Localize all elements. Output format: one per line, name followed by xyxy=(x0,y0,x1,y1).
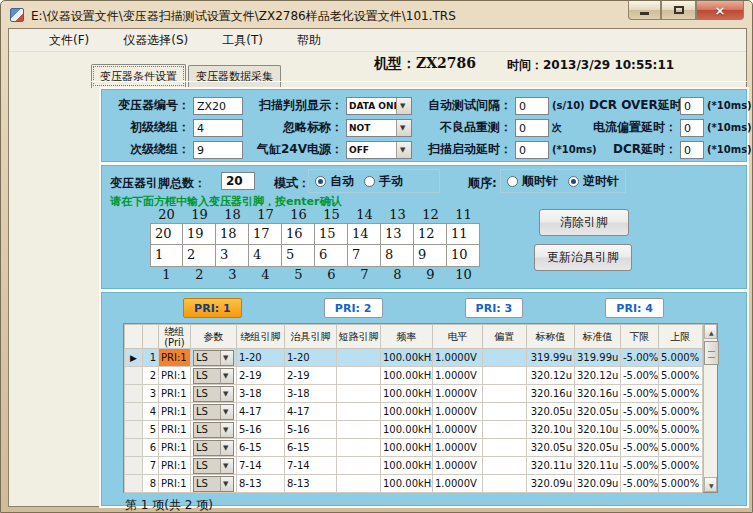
fixture-pins-cell[interactable]: 5-16 xyxy=(285,421,337,439)
radio-option[interactable]: 顺时针 xyxy=(507,173,558,190)
winding-pins-cell[interactable]: 8-13 xyxy=(237,475,285,493)
upper-limit-cell[interactable]: 5.000% xyxy=(659,403,703,421)
upper-limit-cell[interactable]: 5.000% xyxy=(659,349,703,367)
level-cell[interactable]: 1.0000V xyxy=(433,475,483,493)
param-cell[interactable]: LS xyxy=(191,457,237,475)
standard-cell[interactable]: 320.16u xyxy=(575,385,621,403)
pin-input[interactable]: 10 xyxy=(447,245,480,267)
param-dropdown[interactable]: LS xyxy=(193,422,234,438)
upper-limit-cell[interactable]: 5.000% xyxy=(659,421,703,439)
menu-item[interactable]: 帮助 xyxy=(287,29,331,52)
pin-input[interactable]: 1 xyxy=(150,245,183,267)
upper-limit-cell[interactable]: 5.000% xyxy=(659,457,703,475)
winding-cell[interactable]: PRI:1 xyxy=(159,385,191,403)
level-cell[interactable]: 1.0000V xyxy=(433,367,483,385)
nominal-cell[interactable]: 320.05u xyxy=(527,403,575,421)
standard-cell[interactable]: 320.05u xyxy=(575,403,621,421)
pin-input[interactable]: 18 xyxy=(216,223,249,245)
short-pins-cell[interactable] xyxy=(337,385,381,403)
upper-limit-cell[interactable]: 5.000% xyxy=(659,385,703,403)
short-pins-cell[interactable] xyxy=(337,475,381,493)
frequency-cell[interactable]: 100.00kHz xyxy=(381,367,433,385)
winding-pins-cell[interactable]: 1-20 xyxy=(237,349,285,367)
fixture-pins-cell[interactable]: 6-15 xyxy=(285,439,337,457)
vertical-scrollbar[interactable] xyxy=(703,324,717,492)
lower-limit-cell[interactable]: -5.00% xyxy=(621,475,659,493)
chevron-down-icon[interactable] xyxy=(220,477,233,491)
pin-input[interactable]: 11 xyxy=(447,223,480,245)
lower-limit-cell[interactable]: -5.00% xyxy=(621,349,659,367)
pin-input[interactable]: 6 xyxy=(315,245,348,267)
param-dropdown[interactable]: LS xyxy=(193,440,234,456)
pri-tab[interactable]: PRI: 3 xyxy=(465,298,524,318)
pin-input[interactable]: 9 xyxy=(414,245,447,267)
chevron-down-icon[interactable] xyxy=(220,441,233,455)
pin-input[interactable]: 15 xyxy=(315,223,348,245)
maximize-button[interactable] xyxy=(661,1,696,20)
nominal-cell[interactable]: 320.10u xyxy=(527,421,575,439)
row-selector-cell[interactable]: ▶ xyxy=(125,349,143,367)
bias-cell[interactable] xyxy=(483,403,527,421)
param-dropdown[interactable]: LS xyxy=(193,350,234,366)
bias-cell[interactable] xyxy=(483,439,527,457)
winding-pins-cell[interactable]: 7-14 xyxy=(237,457,285,475)
standard-cell[interactable]: 320.05u xyxy=(575,439,621,457)
text-input[interactable]: 0 xyxy=(515,119,549,137)
param-cell[interactable]: LS xyxy=(191,349,237,367)
chevron-down-icon[interactable] xyxy=(220,423,233,437)
param-cell[interactable]: LS xyxy=(191,385,237,403)
param-cell[interactable]: LS xyxy=(191,403,237,421)
fixture-pins-cell[interactable]: 2-19 xyxy=(285,367,337,385)
level-cell[interactable]: 1.0000V xyxy=(433,403,483,421)
short-pins-cell[interactable] xyxy=(337,403,381,421)
row-selector-cell[interactable] xyxy=(125,421,143,439)
frequency-cell[interactable]: 100.00kHz xyxy=(381,385,433,403)
bias-cell[interactable] xyxy=(483,457,527,475)
standard-cell[interactable]: 320.09u xyxy=(575,475,621,493)
nominal-cell[interactable]: 320.05u xyxy=(527,439,575,457)
pin-input[interactable]: 4 xyxy=(249,245,282,267)
row-selector-cell[interactable] xyxy=(125,385,143,403)
close-button[interactable]: × xyxy=(696,1,744,20)
standard-cell[interactable]: 320.11u xyxy=(575,457,621,475)
upper-limit-cell[interactable]: 5.000% xyxy=(659,439,703,457)
chevron-down-icon[interactable] xyxy=(220,351,233,365)
lower-limit-cell[interactable]: -5.00% xyxy=(621,403,659,421)
menu-item[interactable]: 仪器选择(S) xyxy=(113,29,198,52)
short-pins-cell[interactable] xyxy=(337,421,381,439)
table-row[interactable]: 7 PRI:1 LS 7-14 7-14 xyxy=(125,457,703,475)
upper-limit-cell[interactable]: 5.000% xyxy=(659,367,703,385)
pin-input[interactable]: 7 xyxy=(348,245,381,267)
standard-cell[interactable]: 320.10u xyxy=(575,421,621,439)
table-row[interactable]: 5 PRI:1 LS 5-16 5-16 xyxy=(125,421,703,439)
text-input[interactable]: 0 xyxy=(680,119,704,137)
fixture-pins-cell[interactable]: 4-17 xyxy=(285,403,337,421)
dropdown[interactable]: DATA ONLY xyxy=(346,97,412,115)
update-fixture-pins-button[interactable]: 更新治具引脚 xyxy=(534,244,632,271)
param-cell[interactable]: LS xyxy=(191,475,237,493)
standard-cell[interactable]: 319.99u xyxy=(575,349,621,367)
pin-total-input[interactable]: 20 xyxy=(221,172,255,190)
pri-tab[interactable]: PRI: 4 xyxy=(605,298,664,318)
winding-pins-cell[interactable]: 2-19 xyxy=(237,367,285,385)
menu-item[interactable]: 文件(F) xyxy=(39,29,99,52)
text-input[interactable]: 0 xyxy=(515,97,549,115)
pin-input[interactable]: 19 xyxy=(183,223,216,245)
level-cell[interactable]: 1.0000V xyxy=(433,421,483,439)
fixture-pins-cell[interactable]: 3-18 xyxy=(285,385,337,403)
chevron-down-icon[interactable] xyxy=(396,120,411,136)
table-row[interactable]: ▶ 1 PRI:1 LS 1-20 xyxy=(125,349,703,367)
frequency-cell[interactable]: 100.00kHz xyxy=(381,403,433,421)
upper-limit-cell[interactable]: 5.000% xyxy=(659,475,703,493)
dropdown[interactable]: NOT xyxy=(346,119,412,137)
pin-input[interactable]: 13 xyxy=(381,223,414,245)
winding-pins-cell[interactable]: 6-15 xyxy=(237,439,285,457)
chevron-down-icon[interactable] xyxy=(396,98,411,114)
level-cell[interactable]: 1.0000V xyxy=(433,439,483,457)
winding-pins-cell[interactable]: 4-17 xyxy=(237,403,285,421)
chevron-down-icon[interactable] xyxy=(220,369,233,383)
window-titlebar[interactable]: E:\仪器设置文件\变压器扫描测试设置文件\ZX2786样品老化设置文件\101… xyxy=(1,1,752,29)
row-selector-cell[interactable] xyxy=(125,457,143,475)
param-dropdown[interactable]: LS xyxy=(193,476,234,492)
table-row[interactable]: 4 PRI:1 LS 4-17 4-17 xyxy=(125,403,703,421)
